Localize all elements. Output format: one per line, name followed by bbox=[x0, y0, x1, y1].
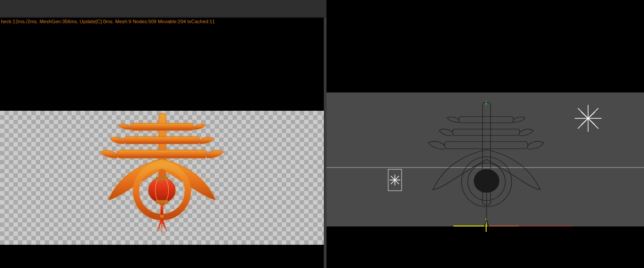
svg-point-37 bbox=[474, 169, 499, 193]
rendered-object bbox=[90, 111, 233, 245]
svg-point-21 bbox=[148, 178, 175, 203]
right-pane bbox=[326, 0, 644, 268]
svg-point-25 bbox=[160, 214, 164, 218]
left-pane: Chn: PT ▼ heck:12ms./2ms. MeshGen:356ms.… bbox=[0, 0, 324, 268]
chun-ornament-svg bbox=[90, 111, 233, 245]
svg-rect-19 bbox=[117, 150, 207, 158]
svg-rect-33 bbox=[453, 129, 520, 135]
svg-rect-34 bbox=[445, 142, 528, 149]
svg-rect-18 bbox=[124, 137, 199, 144]
render-viewport[interactable] bbox=[0, 27, 324, 268]
light-gizmo-right bbox=[575, 105, 602, 132]
app-root: Chn: PT ▼ heck:12ms./2ms. MeshGen:356ms.… bbox=[0, 0, 644, 268]
svg-rect-17 bbox=[131, 123, 193, 130]
alpha-checker-background bbox=[0, 111, 324, 245]
scene-viewport[interactable] bbox=[326, 0, 644, 268]
chun-wireframe bbox=[428, 102, 544, 231]
svg-rect-32 bbox=[459, 117, 513, 123]
wireframe-overlay bbox=[326, 0, 644, 268]
axis-gizmo bbox=[453, 101, 572, 232]
status-bar: heck:12ms./2ms. MeshGen:356ms. Update[C]… bbox=[0, 17, 324, 27]
light-gizmo-left bbox=[388, 169, 402, 191]
